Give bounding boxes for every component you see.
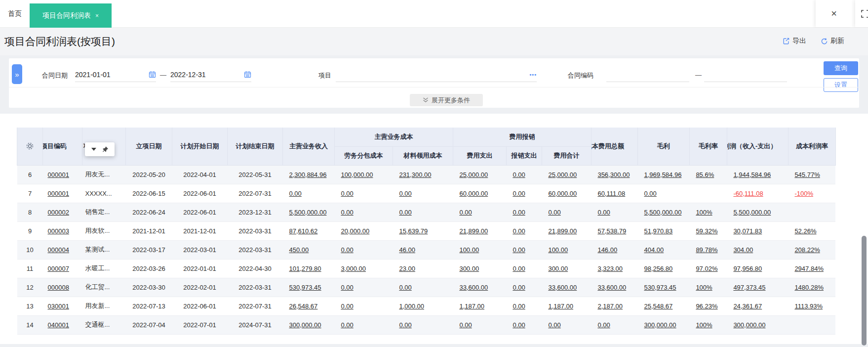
window-close-button[interactable]: × xyxy=(816,0,852,27)
labor-cost-cell[interactable]: 20,000.00 xyxy=(334,221,393,240)
project-code-link[interactable]: 000003 xyxy=(43,221,82,240)
material-cost-cell[interactable]: 15,639.79 xyxy=(393,221,453,240)
col-header-plan-start[interactable]: 计划开始日期 xyxy=(172,128,228,165)
col-header-cost-margin[interactable]: 成本利润率 xyxy=(788,128,835,165)
cost-total-cell[interactable]: 146.00 xyxy=(591,240,637,259)
expense-cell[interactable]: 21,899.00 xyxy=(453,221,506,240)
project-code-link[interactable]: 000002 xyxy=(43,203,82,221)
labor-cost-cell[interactable]: 0.00 xyxy=(334,315,393,334)
expense-total-cell[interactable]: 0.00 xyxy=(542,315,591,334)
expense-cell[interactable]: 60,000.00 xyxy=(453,184,506,203)
column-settings-header[interactable] xyxy=(17,128,43,165)
reimburse-cell[interactable]: 0.00 xyxy=(506,297,542,315)
material-cost-cell[interactable]: 1,000.00 xyxy=(393,297,453,315)
column-sort-pin-popup[interactable] xyxy=(85,142,115,156)
material-cost-cell[interactable]: 46.00 xyxy=(393,240,453,259)
project-input[interactable]: ••• xyxy=(336,67,537,82)
col-header-expense[interactable]: 费用支出 xyxy=(453,146,506,165)
gross-margin-cell[interactable]: 100% xyxy=(689,315,727,334)
tab-home[interactable]: 首页 xyxy=(8,0,22,27)
labor-cost-cell[interactable]: 100,000.00 xyxy=(334,165,393,184)
material-cost-cell[interactable]: 23.00 xyxy=(393,259,453,278)
gear-icon[interactable] xyxy=(26,142,34,150)
reimburse-cell[interactable]: 0.00 xyxy=(506,240,542,259)
expense-total-cell[interactable]: 33,600.00 xyxy=(542,278,591,297)
income-cell[interactable]: 5,500,000.00 xyxy=(283,203,335,221)
col-header-cost-total[interactable]: 成本费用总额 xyxy=(591,128,637,165)
expense-cell[interactable]: 300.00 xyxy=(453,259,506,278)
gross-profit-cell[interactable]: 51,970.83 xyxy=(637,221,689,240)
reimburse-cell[interactable]: 0.00 xyxy=(506,278,542,297)
reimburse-cell[interactable]: 0.00 xyxy=(506,203,542,221)
cost-total-cell[interactable]: 57,538.79 xyxy=(591,221,637,240)
project-code-link[interactable]: 000001 xyxy=(43,184,82,203)
expense-total-cell[interactable]: 25,000.00 xyxy=(542,165,591,184)
cost-total-cell[interactable]: 2,187.00 xyxy=(591,297,637,315)
gross-margin-cell[interactable]: 59.32% xyxy=(689,221,727,240)
refresh-button[interactable]: 刷新 xyxy=(821,37,844,45)
project-code-link[interactable]: 030001 xyxy=(43,297,82,315)
cost-total-cell[interactable]: 33,600.00 xyxy=(591,278,637,297)
cost-margin-cell[interactable]: 545.77% xyxy=(788,165,835,184)
income-cell[interactable]: 2,300,884.96 xyxy=(283,165,335,184)
project-code-link[interactable]: 000001 xyxy=(43,165,82,184)
cost-margin-cell[interactable]: -100% xyxy=(788,184,835,203)
cost-margin-cell[interactable] xyxy=(788,315,835,334)
income-cell[interactable]: 101,279.80 xyxy=(283,259,335,278)
profit-cell[interactable]: 24,361.67 xyxy=(727,297,788,315)
income-cell[interactable]: 530,973.45 xyxy=(283,278,335,297)
col-header-plan-end[interactable]: 计划结束日期 xyxy=(228,128,283,165)
fullscreen-button[interactable] xyxy=(855,0,868,27)
profit-cell[interactable]: 97,956.80 xyxy=(727,259,788,278)
expense-total-cell[interactable]: 100.00 xyxy=(542,240,591,259)
cost-margin-cell[interactable]: 1480.28% xyxy=(788,278,835,297)
labor-cost-cell[interactable]: 0.00 xyxy=(334,203,393,221)
cost-total-cell[interactable]: 0.00 xyxy=(591,315,637,334)
gross-margin-cell[interactable]: 96.23% xyxy=(689,297,727,315)
labor-cost-cell[interactable]: 0.00 xyxy=(334,297,393,315)
col-header-material-cost[interactable]: 材料领用成本 xyxy=(393,146,453,165)
cost-margin-cell[interactable] xyxy=(788,203,835,221)
tab-active-profit-report[interactable]: 项目合同利润表 × xyxy=(30,3,112,28)
code-to-input[interactable] xyxy=(704,67,787,82)
income-cell[interactable]: 87,610.62 xyxy=(283,221,335,240)
income-cell[interactable]: 300,000.00 xyxy=(283,315,335,334)
col-header-expense-total[interactable]: 费用合计 xyxy=(542,146,591,165)
reimburse-cell[interactable]: 0.00 xyxy=(506,259,542,278)
material-cost-cell[interactable]: 0.00 xyxy=(393,203,453,221)
cost-total-cell[interactable]: 356,300.00 xyxy=(591,165,637,184)
expense-total-cell[interactable]: 300.00 xyxy=(542,259,591,278)
code-from-input[interactable] xyxy=(606,67,689,82)
col-header-gross[interactable]: 毛利 xyxy=(637,128,689,165)
gross-profit-cell[interactable]: 404.00 xyxy=(637,240,689,259)
col-header-setup-date[interactable]: 立项日期 xyxy=(126,128,172,165)
gross-margin-cell[interactable]: 100% xyxy=(689,278,727,297)
cost-margin-cell[interactable]: 208.22% xyxy=(788,240,835,259)
collapse-filter-button[interactable]: » xyxy=(12,64,22,84)
cost-total-cell[interactable]: 60,111.08 xyxy=(591,184,637,203)
gross-margin-cell[interactable]: 89.78% xyxy=(689,240,727,259)
export-button[interactable]: 导出 xyxy=(783,37,806,45)
gross-profit-cell[interactable]: 98,256.80 xyxy=(637,259,689,278)
gross-profit-cell[interactable]: 25,548.67 xyxy=(637,297,689,315)
profit-cell[interactable]: 5,500,000.00 xyxy=(727,203,788,221)
gross-profit-cell[interactable]: 530,973.45 xyxy=(637,278,689,297)
income-cell[interactable]: 450.00 xyxy=(283,240,335,259)
expense-total-cell[interactable]: 1,187.00 xyxy=(542,297,591,315)
profit-cell[interactable]: 304.00 xyxy=(727,240,788,259)
sort-icon[interactable] xyxy=(64,143,67,148)
gross-profit-cell[interactable]: 1,969,584.96 xyxy=(637,165,689,184)
profit-cell[interactable]: 497,373.45 xyxy=(727,278,788,297)
material-cost-cell[interactable]: 0.00 xyxy=(393,184,453,203)
cost-margin-cell[interactable]: 2947.84% xyxy=(788,259,835,278)
profit-cell[interactable]: 1,944,584.96 xyxy=(727,165,788,184)
calendar-icon[interactable] xyxy=(244,71,251,78)
col-header-income[interactable]: 主营业务收入 xyxy=(283,128,335,165)
project-code-link[interactable]: 040001 xyxy=(43,315,82,334)
date-from-input[interactable]: 2021-01-01 xyxy=(75,67,156,82)
vertical-scrollbar-thumb[interactable] xyxy=(862,236,867,346)
reimburse-cell[interactable]: 0.00 xyxy=(506,165,542,184)
labor-cost-cell[interactable]: 0.00 xyxy=(334,184,393,203)
col-header-profit[interactable]: 利润（收入-支出） xyxy=(727,128,788,165)
labor-cost-cell[interactable]: 0.00 xyxy=(334,278,393,297)
